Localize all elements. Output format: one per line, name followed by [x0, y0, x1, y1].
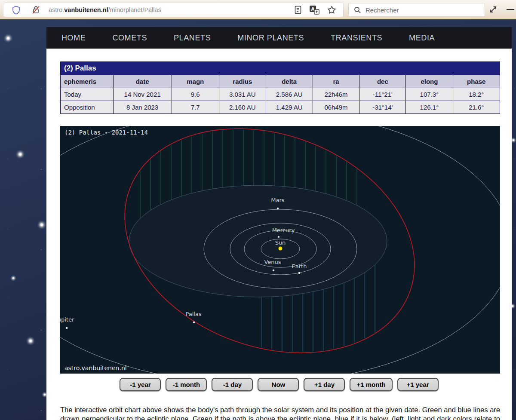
- table-cell: 9.6: [172, 88, 219, 101]
- resize-diagonal-icon[interactable]: [487, 3, 499, 16]
- ecliptic-projection-disk: [129, 185, 387, 297]
- table-cell: 107.3°: [406, 88, 453, 101]
- date-button--1-year[interactable]: +1 year: [397, 378, 439, 391]
- minimize-icon[interactable]: [505, 3, 516, 16]
- table-cell: 22h46m: [313, 88, 359, 101]
- table-cell: 18.2°: [453, 88, 500, 101]
- table-header-cell: delta: [266, 75, 313, 88]
- search-icon: [354, 6, 361, 14]
- table-header-cell: dec: [359, 75, 406, 88]
- url-text[interactable]: astro.vanbuitenen.nl/minorplanet/Pallas: [49, 6, 295, 13]
- table-cell: 8 Jan 2023: [113, 101, 172, 114]
- table-cell: 3.031 AU: [219, 88, 266, 101]
- body-dot-mercury: [278, 236, 280, 238]
- body-dot-venus: [273, 270, 275, 272]
- chart-description: The interactive orbit chart above shows …: [60, 405, 500, 420]
- table-header-cell: ephemeris: [61, 75, 114, 88]
- translate-icon[interactable]: A: [309, 5, 319, 15]
- background-star: [26, 336, 35, 346]
- background-star: [15, 150, 25, 159]
- body-label-sun: Sun: [275, 239, 286, 246]
- page-content: (2) Pallas ephemerisdatemagnradiusdeltar…: [46, 49, 512, 420]
- body-label-venus: Venus: [264, 259, 281, 265]
- table-cell: 1.429 AU: [266, 101, 313, 114]
- body-label-earth: Earth: [292, 263, 307, 270]
- date-button--1-month[interactable]: +1 month: [350, 378, 392, 391]
- table-header-cell: date: [113, 75, 172, 88]
- table-cell: -31°14': [359, 101, 406, 114]
- shield-icon[interactable]: [12, 6, 20, 15]
- main-navigation: HOMECOMETSPLANETSMINOR PLANETSTRANSIENTS…: [46, 27, 512, 49]
- body-label-jupiter: Jupiter: [60, 316, 74, 323]
- url-domain: vanbuitenen.nl: [64, 6, 108, 13]
- table-header-cell: phase: [453, 75, 500, 88]
- body-dot-jupiter: [66, 327, 68, 329]
- table-cell: Today: [61, 88, 114, 101]
- body-dot-pallas: [193, 322, 195, 324]
- body-label-mercury: Mercury: [272, 227, 295, 233]
- body-label-pallas: Pallas: [185, 311, 201, 317]
- nav-item-minor-planets[interactable]: MINOR PLANETS: [237, 34, 304, 43]
- url-path: /minorplanet/Pallas: [108, 6, 161, 13]
- table-cell: 126.1°: [406, 101, 453, 114]
- table-header-cell: elong: [406, 75, 453, 88]
- table-cell: 21.6°: [453, 101, 500, 114]
- table-cell: -11°21': [359, 88, 406, 101]
- date-button--1-month[interactable]: -1 month: [166, 378, 207, 391]
- search-input[interactable]: Rechercher: [348, 3, 485, 17]
- table-cell: Opposition: [61, 101, 114, 114]
- insecure-lock-icon[interactable]: [31, 5, 41, 15]
- browser-toolbar: astro.vanbuitenen.nl/minorplanet/Pallas …: [0, 0, 516, 19]
- table-cell: 14 Nov 2021: [113, 88, 172, 101]
- table-header-row: ephemerisdatemagnradiusdeltaradecelongph…: [61, 75, 500, 88]
- background-star: [3, 34, 13, 43]
- reader-mode-icon[interactable]: [295, 6, 301, 14]
- table-row: Today14 Nov 20219.63.031 AU2.586 AU22h46…: [61, 88, 500, 101]
- nav-item-planets[interactable]: PLANETS: [174, 34, 211, 43]
- table-header-cell: ra: [313, 75, 359, 88]
- background-star: [37, 220, 46, 230]
- ephemeris-table: (2) Pallas ephemerisdatemagnradiusdeltar…: [60, 61, 500, 114]
- background-star: [10, 275, 16, 281]
- url-bar[interactable]: astro.vanbuitenen.nl/minorplanet/Pallas …: [3, 3, 343, 17]
- date-controls: -1 year-1 month-1 dayNow+1 day+1 month+1…: [60, 378, 498, 391]
- nav-item-transients[interactable]: TRANSIENTS: [331, 34, 382, 43]
- date-button--1-year[interactable]: -1 year: [120, 378, 161, 391]
- body-label-mars: Mars: [271, 197, 285, 203]
- orbit-chart[interactable]: SunMercuryVenusEarthMarsJupiterPallas (2…: [60, 126, 500, 374]
- chart-watermark: astro.vanbuitenen.nl: [64, 365, 127, 371]
- body-dot-mars: [277, 208, 279, 210]
- search-placeholder: Rechercher: [366, 6, 399, 14]
- bookmark-star-icon[interactable]: [327, 6, 336, 14]
- table-header-cell: radius: [219, 75, 266, 88]
- body-dot-earth: [298, 272, 301, 274]
- table-header-cell: magn: [172, 75, 219, 88]
- table-cell: 2.586 AU: [266, 88, 313, 101]
- table-cell: 06h49m: [313, 101, 359, 114]
- date-button--1-day[interactable]: -1 day: [212, 378, 253, 391]
- table-row: Opposition8 Jan 20237.72.160 AU1.429 AU0…: [61, 101, 500, 114]
- nav-item-home[interactable]: HOME: [61, 34, 86, 43]
- table-cell: 7.7: [172, 101, 219, 114]
- body-dot-sun: [279, 247, 283, 251]
- chart-date-caption: (2) Pallas - 2021-11-14: [64, 129, 148, 136]
- page: HOMECOMETSPLANETSMINOR PLANETSTRANSIENTS…: [46, 27, 512, 420]
- date-button--1-day[interactable]: +1 day: [304, 378, 345, 391]
- nav-item-comets[interactable]: COMETS: [112, 34, 147, 43]
- url-prefix: astro.: [49, 6, 64, 13]
- date-button-now[interactable]: Now: [258, 378, 299, 391]
- nav-item-media[interactable]: MEDIA: [409, 34, 435, 43]
- table-cell: 2.160 AU: [219, 101, 266, 114]
- table-title: (2) Pallas: [61, 62, 500, 75]
